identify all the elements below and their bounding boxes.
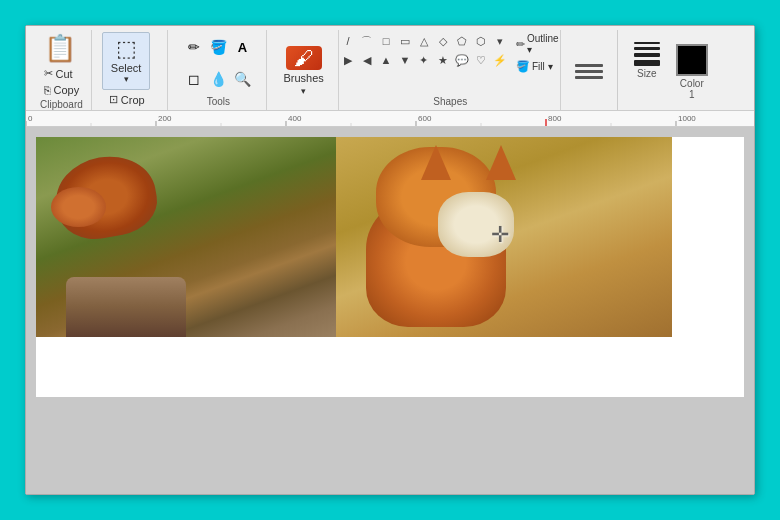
fox-right-image: ✛ <box>336 137 672 337</box>
svg-text:200: 200 <box>158 114 172 123</box>
shape-lightning[interactable]: ⚡ <box>491 51 509 69</box>
color-section: Color1 <box>668 32 716 103</box>
scissors-icon: ✂ <box>44 67 53 80</box>
shape-line[interactable]: / <box>339 32 357 50</box>
crop-icon: ⊡ <box>109 93 118 106</box>
shape-arrow-up[interactable]: ▲ <box>377 51 395 69</box>
ruler: 0 200 400 600 800 1000 <box>26 111 754 127</box>
svg-text:0: 0 <box>28 114 33 123</box>
select-button[interactable]: ⬚ Select ▾ <box>102 32 151 90</box>
stump <box>66 277 186 337</box>
brushes-button[interactable]: 🖌 Brushes ▾ <box>277 42 329 100</box>
svg-rect-0 <box>26 111 746 127</box>
shape-rect2[interactable]: ▭ <box>396 32 414 50</box>
ribbon: 📋 ✂ Cut ⎘ Copy Clipboard <box>26 26 754 111</box>
canvas-image-row: ✛ <box>36 137 672 337</box>
shape-curve[interactable]: ⌒ <box>358 32 376 50</box>
color-picker-button[interactable]: 💧 <box>207 68 229 90</box>
size-section: Size <box>626 32 668 82</box>
size-line-2[interactable] <box>634 47 660 50</box>
tools-group: ✏ 🪣 A ◻ 💧 🔍 Tools <box>170 30 267 110</box>
clipboard-group: 📋 ✂ Cut ⎘ Copy Clipboard <box>32 30 92 110</box>
outline-icon: ✏ <box>516 38 525 51</box>
crop-button[interactable]: ⊡ Crop <box>106 92 160 107</box>
shape-star4[interactable]: ✦ <box>415 51 433 69</box>
zoom-button[interactable]: 🔍 <box>231 68 253 90</box>
paste-button[interactable]: 📋 <box>42 32 78 65</box>
select-dashed-icon: ⬚ <box>116 38 137 60</box>
shape-more[interactable]: ▾ <box>491 32 509 50</box>
select-chevron-icon: ▾ <box>124 74 129 84</box>
copy-button[interactable]: ⎘ Copy <box>42 83 82 97</box>
paint-canvas[interactable]: ✛ <box>36 137 744 337</box>
shapes-label: Shapes <box>433 96 467 110</box>
hamburger-line2 <box>575 70 603 73</box>
eraser-button[interactable]: ◻ <box>183 68 205 90</box>
svg-text:600: 600 <box>418 114 432 123</box>
ruler-svg: 0 200 400 600 800 1000 <box>26 111 746 127</box>
size-lines <box>634 42 660 66</box>
shapes-grid: / ⌒ □ ▭ △ ◇ ⬠ ⬡ ▾ ▶ ◀ ▲ ▼ <box>339 32 509 69</box>
size-line-4[interactable] <box>634 60 660 66</box>
shape-arrow-left[interactable]: ◀ <box>358 51 376 69</box>
shapes-group: / ⌒ □ ▭ △ ◇ ⬠ ⬡ ▾ ▶ ◀ ▲ ▼ <box>341 30 561 110</box>
brushes-chevron-icon: ▾ <box>301 86 306 96</box>
shape-arrow-down[interactable]: ▼ <box>396 51 414 69</box>
canvas-area: ✛ <box>26 127 754 494</box>
paint-window: 📋 ✂ Cut ⎘ Copy Clipboard <box>25 25 755 495</box>
image-group: ⬚ Select ▾ ⊡ Crop ↔ Resize <box>94 30 169 110</box>
shape-star5[interactable]: ★ <box>434 51 452 69</box>
cut-button[interactable]: ✂ Cut <box>42 66 82 81</box>
move-cursor-icon: ✛ <box>491 222 509 248</box>
hamburger-button[interactable] <box>571 64 607 79</box>
hamburger-line1 <box>575 64 603 67</box>
fox-ear-right <box>486 145 516 180</box>
color-box[interactable] <box>676 44 708 76</box>
size-label: Size <box>637 68 656 82</box>
tools-label: Tools <box>207 96 230 110</box>
size-line-3[interactable] <box>634 53 660 57</box>
shape-rect[interactable]: □ <box>377 32 395 50</box>
shape-heart[interactable]: ♡ <box>472 51 490 69</box>
pencil-button[interactable]: ✏ <box>183 36 205 58</box>
color-label: Color1 <box>680 78 704 103</box>
fill-button[interactable]: 🪣 <box>207 36 229 58</box>
copy-icon: ⎘ <box>44 84 51 96</box>
shape-hexagon[interactable]: ⬡ <box>472 32 490 50</box>
shape-pentagon[interactable]: ⬠ <box>453 32 471 50</box>
fill-icon: 🪣 <box>516 60 530 73</box>
shape-diamond[interactable]: ◇ <box>434 32 452 50</box>
brushes-group: 🖌 Brushes ▾ <box>269 30 338 110</box>
fox-left-image <box>36 137 336 337</box>
brushes-icon: 🖌 <box>286 46 322 70</box>
outline-button[interactable]: ✏ Outline ▾ <box>513 32 562 56</box>
hamburger-line3 <box>575 76 603 79</box>
view-group <box>563 30 615 110</box>
size-color-group: Size Color1 <box>617 30 724 110</box>
text-button[interactable]: A <box>231 36 253 58</box>
svg-text:400: 400 <box>288 114 302 123</box>
shape-triangle[interactable]: △ <box>415 32 433 50</box>
fox-head-sit <box>376 147 496 247</box>
shape-arrow-right[interactable]: ▶ <box>339 51 357 69</box>
fill-button[interactable]: 🪣 Fill ▾ <box>513 59 562 74</box>
svg-text:800: 800 <box>548 114 562 123</box>
fox-head-sleep <box>51 187 106 227</box>
svg-text:1000: 1000 <box>678 114 696 123</box>
fox-ear-left <box>421 145 451 180</box>
outline-fill-col: ✏ Outline ▾ 🪣 Fill ▾ <box>513 32 562 74</box>
size-line-1[interactable] <box>634 42 660 44</box>
canvas-white-bottom <box>36 337 744 397</box>
shape-callout[interactable]: 💬 <box>453 51 471 69</box>
